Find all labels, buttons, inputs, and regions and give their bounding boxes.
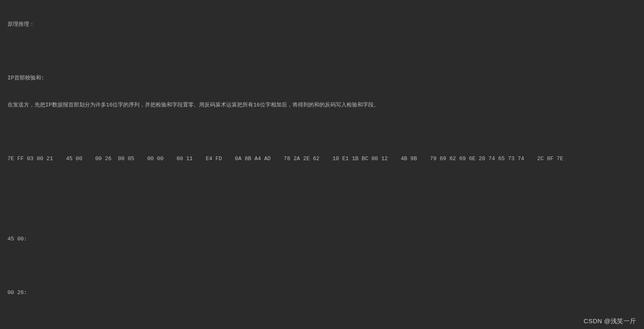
- empty: [7, 47, 637, 56]
- empty: [7, 128, 637, 136]
- word-1: 00 26:: [7, 289, 637, 297]
- word-0: 45 00:: [7, 235, 637, 243]
- hex-stream: 7E FF 03 00 21 45 00 00 26 00 05 00 00 8…: [7, 155, 637, 163]
- watermark-text: CSDN @浅笑一斤: [584, 317, 637, 326]
- empty: [7, 181, 637, 190]
- document-body: 原理推理： IP首部校验和: 在发送方，先把IP数据报首部划分为许多16位字的序…: [0, 0, 644, 329]
- empty: [7, 208, 637, 217]
- empty: [7, 316, 637, 324]
- empty: [7, 262, 637, 270]
- ip-desc: 在发送方，先把IP数据报首部划分为许多16位字的序列，并把检验和字段置零。用反码…: [7, 101, 637, 109]
- title-line: 原理推理：: [7, 20, 637, 29]
- ip-header-label: IP首部校验和:: [7, 74, 637, 82]
